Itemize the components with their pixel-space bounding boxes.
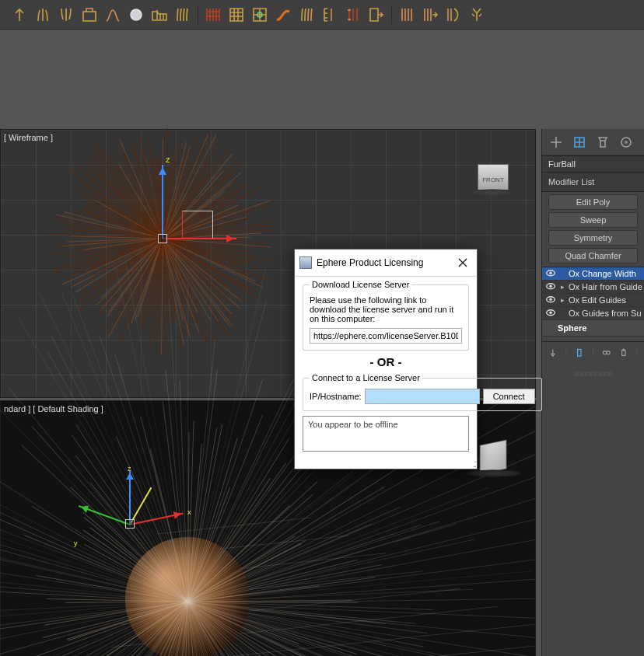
modifier-preset-button[interactable]: Edit Poly xyxy=(548,194,638,210)
modifier-stack: Ox Change Width▸Ox Hair from Guide▸Ox Ed… xyxy=(542,267,644,337)
ip-label: IP/Hostname: xyxy=(310,392,362,401)
status-box: You appear to be offline xyxy=(303,416,469,452)
svg-point-8 xyxy=(549,285,552,288)
expand-icon[interactable]: ▸ xyxy=(559,283,565,291)
modifier-stack-item[interactable]: ▸Ox Hair from Guide xyxy=(542,281,644,294)
svg-rect-0 xyxy=(83,12,96,21)
show-end-result-icon[interactable] xyxy=(575,347,584,359)
display-tab-icon[interactable] xyxy=(618,134,634,150)
download-legend: Download License Server xyxy=(310,280,411,289)
dialog-title: Ephere Product Licensing xyxy=(317,257,447,268)
create-tab-icon[interactable] xyxy=(548,134,564,150)
branch-icon[interactable] xyxy=(465,3,488,26)
strands-fan-icon[interactable] xyxy=(31,3,54,26)
axis-z-label: z xyxy=(128,465,131,473)
strands-wave-icon[interactable] xyxy=(171,3,194,26)
modifier-name: Ox Hair from Guide xyxy=(569,282,642,291)
axis-y-label: y xyxy=(74,539,78,547)
viewcube-face[interactable]: FRONT xyxy=(478,164,509,195)
axis-x-label: x xyxy=(187,508,191,516)
modifier-stack-item[interactable]: Ox Change Width xyxy=(542,267,644,281)
stack-toolbar: | | | xyxy=(542,341,644,364)
modifier-list-dropdown[interactable]: Modifier List xyxy=(542,173,644,192)
sweep-icon[interactable] xyxy=(101,3,124,26)
ip-hostname-input[interactable] xyxy=(365,389,480,404)
sphere-icon[interactable] xyxy=(124,3,148,26)
or-divider: - OR - xyxy=(303,355,469,368)
viewcube-face[interactable] xyxy=(480,440,507,474)
axis-z[interactable] xyxy=(129,470,131,525)
modifier-stack-item[interactable]: Ox Guides from Su xyxy=(542,307,644,320)
svg-rect-13 xyxy=(578,350,581,357)
main-toolbar xyxy=(0,0,644,30)
svg-point-6 xyxy=(549,272,552,275)
pin-stack-icon[interactable] xyxy=(548,347,558,359)
modifier-stack-item[interactable]: ▸Ox Edit Guides xyxy=(542,294,644,307)
viewport-label[interactable]: [ Wireframe ] xyxy=(4,133,53,142)
command-panel: FurBall Modifier List Edit PolySweepSymm… xyxy=(541,129,644,656)
strands-double-icon[interactable] xyxy=(295,3,318,26)
visibility-eye-icon[interactable] xyxy=(545,309,556,318)
download-section: Download License Server Please use the f… xyxy=(303,280,469,351)
resize-grip[interactable]: ...... xyxy=(295,458,477,469)
dialog-titlebar[interactable]: Ephere Product Licensing xyxy=(295,249,477,277)
connect-button[interactable]: Connect xyxy=(483,389,535,404)
export-icon[interactable] xyxy=(365,3,388,26)
command-panel-tabs xyxy=(542,129,644,155)
modifier-name: Ox Edit Guides xyxy=(569,295,626,305)
object-name-field[interactable]: FurBall xyxy=(542,155,644,173)
bars-curve-icon[interactable] xyxy=(442,3,465,26)
remove-modifier-icon[interactable] xyxy=(619,347,628,359)
dialog-icon xyxy=(299,256,312,269)
connect-section: Connect to a License Server IP/Hostname:… xyxy=(303,373,542,411)
grid-center-icon[interactable] xyxy=(248,3,271,26)
viewcube[interactable] xyxy=(474,438,512,476)
folder-icon[interactable] xyxy=(148,3,171,26)
ruler-icon[interactable] xyxy=(318,3,341,26)
strands-down-icon[interactable] xyxy=(54,3,78,26)
hierarchy-tab-icon[interactable] xyxy=(595,134,611,150)
svg-point-1 xyxy=(131,9,142,20)
svg-point-15 xyxy=(607,351,610,354)
make-unique-icon[interactable] xyxy=(602,347,611,359)
column-red-icon[interactable] xyxy=(341,3,365,26)
transform-gizmo[interactable]: z x y xyxy=(130,524,138,532)
modifier-name: Ox Change Width xyxy=(569,269,636,278)
modifier-preset-button[interactable]: Sweep xyxy=(548,212,638,228)
svg-point-10 xyxy=(549,298,552,302)
panel-divider xyxy=(573,372,613,376)
svg-point-12 xyxy=(549,312,552,315)
visibility-eye-icon[interactable] xyxy=(545,282,556,291)
viewport-label[interactable]: ndard ] [ Default Shading ] xyxy=(4,404,103,413)
bars-arrow-icon[interactable] xyxy=(418,3,442,26)
grid-red-icon[interactable] xyxy=(201,3,225,26)
base-object-row[interactable]: Sphere xyxy=(542,320,644,337)
viewcube[interactable]: FRONT xyxy=(474,161,512,198)
modifier-preset-button[interactable]: Quad Chamfer xyxy=(548,248,638,263)
expand-icon[interactable]: ▸ xyxy=(559,296,565,304)
connect-legend: Connect to a License Server xyxy=(310,373,422,382)
grid-dense-icon[interactable] xyxy=(225,3,248,26)
licensing-dialog: Ephere Product Licensing Download Licens… xyxy=(294,249,478,469)
preset-box-icon[interactable] xyxy=(78,3,101,26)
modifier-preset-button[interactable]: Symmetry xyxy=(548,230,638,246)
arrow-up-icon[interactable] xyxy=(8,3,31,26)
download-text: Please use the following link to downloa… xyxy=(310,295,462,323)
svg-point-4 xyxy=(625,141,628,144)
visibility-eye-icon[interactable] xyxy=(545,295,556,305)
close-button[interactable] xyxy=(452,254,474,271)
bars-icon[interactable] xyxy=(395,3,418,26)
gizmo-center[interactable] xyxy=(125,519,135,529)
visibility-eye-icon[interactable] xyxy=(545,269,556,278)
modify-tab-icon[interactable] xyxy=(572,134,587,150)
svg-point-14 xyxy=(603,351,606,354)
download-url-field[interactable] xyxy=(310,328,462,344)
modifier-name: Ox Guides from Su xyxy=(569,309,642,318)
curve-orange-icon[interactable] xyxy=(271,3,295,26)
